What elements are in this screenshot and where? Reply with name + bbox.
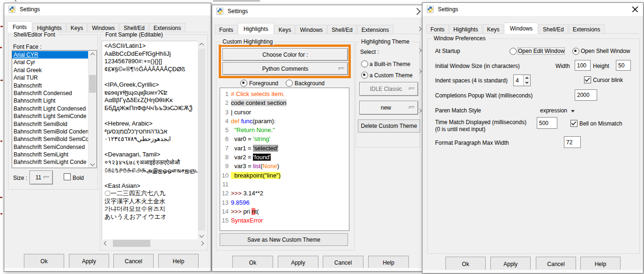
code-segment-normal[interactable]: ) <box>277 163 279 170</box>
code-segment-comment[interactable]: # Click selects item. <box>231 90 285 97</box>
code-segment-normal[interactable]: 3.14**2 <box>242 190 263 197</box>
ok-button[interactable]: Ok <box>445 257 486 271</box>
tab-keys[interactable]: Keys <box>67 23 88 32</box>
bell-on-mismatch-checkbox[interactable] <box>570 120 577 127</box>
scroll-left-button[interactable] <box>102 239 109 247</box>
spinner-arrows[interactable] <box>523 75 530 86</box>
code-sample-line[interactable]: 12>>> 3.14**2 <box>222 189 349 198</box>
code-segment-normal[interactable]: var3 = <box>231 163 253 170</box>
paren-match-style-value[interactable]: expression <box>540 107 567 114</box>
tab-highlights[interactable]: Highlights <box>238 23 274 34</box>
open-shell-window-radio[interactable] <box>572 48 579 55</box>
code-segment-normal[interactable]: var0 = <box>231 135 253 142</box>
size-dropdown[interactable]: 11 <box>30 170 53 185</box>
help-button[interactable]: Help <box>368 256 409 269</box>
font-list-item[interactable]: Bahnschrift SemiCondensed <box>12 143 89 151</box>
help-button[interactable]: Help <box>580 257 621 271</box>
highlight-target-dropdown[interactable]: Python Comments <box>222 62 348 75</box>
open-edit-window-radio[interactable] <box>510 48 517 55</box>
code-segment-normal[interactable]: var2 = <box>231 154 253 161</box>
code-segment-hilite[interactable]: 'selected' <box>253 145 278 152</box>
scrollbar-thumb[interactable] <box>198 49 205 230</box>
code-segment-keyword[interactable]: def <box>231 118 239 125</box>
scroll-down-button[interactable] <box>89 160 96 168</box>
height-input[interactable]: 50 <box>616 60 631 71</box>
code-sample-line[interactable]: 10 breakpoint("line") <box>222 171 349 180</box>
code-sample-line[interactable]: 7 var1 = 'selected' <box>222 144 349 153</box>
tab-keys[interactable]: Keys <box>483 24 504 34</box>
font-list-item[interactable]: Bahnschrift Condensed <box>12 89 89 97</box>
code-segment-error[interactable]: n <box>252 208 255 215</box>
tab-windows[interactable]: Windows <box>88 23 119 32</box>
tab-highlights[interactable]: Highlights <box>449 24 482 34</box>
tab-shell-ed[interactable]: Shell/Ed <box>327 25 357 34</box>
spin-down-icon[interactable] <box>525 82 529 84</box>
code-sample-line[interactable]: 9 var3 = list(None) <box>222 162 349 170</box>
code-sample-line[interactable]: 11 <box>222 180 349 189</box>
tab-fonts[interactable]: Fonts <box>7 21 32 32</box>
builtin-theme-radio[interactable] <box>361 60 368 67</box>
code-segment-normal[interactable]: (param): <box>252 118 275 125</box>
sample-hscrollbar[interactable] <box>102 239 206 247</box>
cursor-blink-checkbox[interactable] <box>584 76 591 83</box>
font-list-item[interactable]: Bahnschrift Light Condensed <box>12 105 89 112</box>
code-sample-line[interactable]: 8 var2 = 'found' <box>222 153 349 162</box>
apply-button[interactable]: Apply <box>490 257 531 271</box>
code-segment-break[interactable]: breakpoint("line") <box>231 172 281 179</box>
code-sample-line[interactable]: 3| cursor <box>222 108 349 117</box>
code-segment-keyword[interactable]: None <box>263 163 277 170</box>
font-list-item[interactable]: Bahnschrift <box>12 82 89 89</box>
spin-up-icon[interactable] <box>525 77 529 79</box>
font-list-item[interactable]: Bahnschrift SemiBold <box>12 120 89 128</box>
font-list-item[interactable]: Bahnschrift SemiLight Conde <box>12 158 89 166</box>
tab-extensions[interactable]: Extensions <box>569 24 605 34</box>
code-sample-line[interactable]: 14>>> pri nt( <box>222 207 349 216</box>
tab-extensions[interactable]: Extensions <box>149 23 185 32</box>
titlebar[interactable]: Settings <box>4 3 211 15</box>
code-sample-line[interactable]: 6 var0 = 'string' <box>222 134 349 143</box>
close-icon[interactable] <box>632 6 638 13</box>
width-input[interactable]: 100 <box>575 60 591 71</box>
highlight-sample[interactable]: 1# Click selects item.2code context sect… <box>220 88 349 231</box>
delete-custom-theme-button[interactable]: Delete Custom Theme <box>358 119 420 133</box>
cancel-button[interactable]: Cancel <box>113 254 154 268</box>
code-segment-console[interactable]: >>> <box>231 190 242 197</box>
scrollbar-thumb[interactable] <box>113 240 150 247</box>
open-edit-window-label[interactable]: Open Edit Window <box>518 48 564 54</box>
code-segment-builtin[interactable]: list <box>253 163 260 170</box>
code-segment-string[interactable]: "Return None." <box>234 126 275 133</box>
ok-button[interactable]: Ok <box>24 254 64 268</box>
scroll-up-button[interactable] <box>89 51 96 58</box>
cancel-button[interactable]: Cancel <box>536 257 576 271</box>
background-radio[interactable] <box>286 80 293 87</box>
font-list-item[interactable]: Arial TUR <box>12 74 89 81</box>
tab-windows[interactable]: Windows <box>504 22 538 34</box>
tab-fonts[interactable]: Fonts <box>426 24 449 34</box>
scroll-down-button[interactable] <box>198 232 206 239</box>
code-sample-line[interactable]: 139.8596 <box>222 198 349 207</box>
help-button[interactable]: Help <box>158 254 199 268</box>
tab-extensions[interactable]: Extensions <box>357 25 393 34</box>
scroll-up-button[interactable] <box>198 41 206 48</box>
apply-button[interactable]: Apply <box>278 256 318 269</box>
font-list-item[interactable]: Arial Greek <box>12 67 89 74</box>
code-sample-line[interactable]: 1# Click selects item. <box>222 89 349 98</box>
code-segment-hit[interactable]: 'found' <box>253 154 271 161</box>
combobox-arrow-icon[interactable] <box>571 110 575 112</box>
tab-keys[interactable]: Keys <box>274 25 296 34</box>
indent-spinbox[interactable]: 4 <box>513 74 531 86</box>
tab-highlights[interactable]: Highlights <box>33 23 66 32</box>
choose-color-button[interactable]: Choose Color for : <box>222 48 348 61</box>
sample-vscrollbar[interactable] <box>198 41 206 239</box>
font-list-item[interactable]: Bahnschrift SemiLight <box>12 151 89 158</box>
tab-shell-ed[interactable]: Shell/Ed <box>119 23 149 32</box>
scrollbar-thumb[interactable] <box>89 75 96 93</box>
custom-theme-dropdown[interactable]: new <box>359 101 418 115</box>
code-segment-normal[interactable]: var1 = <box>231 145 253 152</box>
font-face-listbox[interactable]: Arial CYRArial CyrArial GreekArial TURBa… <box>12 50 97 168</box>
save-custom-theme-button[interactable]: Save as New Custom Theme <box>220 233 348 246</box>
builtin-theme-dropdown[interactable]: IDLE Classic <box>359 82 418 96</box>
code-segment-stderr[interactable]: SyntaxError <box>231 217 263 224</box>
titlebar[interactable]: Settings <box>422 3 643 16</box>
font-list-item[interactable]: Bahnschrift Light SemiConde <box>12 112 89 120</box>
